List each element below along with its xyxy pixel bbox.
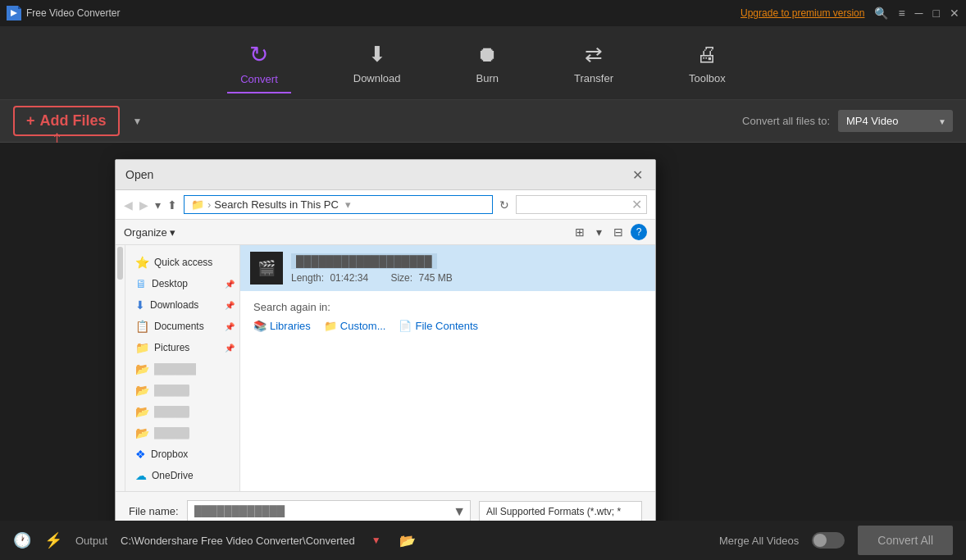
dialog-titlebar: Open ✕ bbox=[116, 160, 655, 190]
search-again-section: Search again in: 📚 Libraries 📁 Custom... bbox=[240, 291, 655, 342]
libraries-link[interactable]: 📚 Libraries bbox=[253, 320, 311, 332]
sidebar-folder2-label: █████ bbox=[154, 385, 189, 396]
sidebar-folder3[interactable]: 📂 █████ bbox=[125, 401, 239, 422]
dialog-sidebar: ⭐ Quick access 🖥 Desktop 📌 ⬇ Downloads 📌 bbox=[125, 245, 240, 491]
dialog-body: ⭐ Quick access 🖥 Desktop 📌 ⬇ Downloads 📌 bbox=[116, 245, 655, 491]
format-select[interactable]: MP4 Video AVI MOV MKV MP3 bbox=[838, 110, 953, 132]
app-title: Free Video Converter bbox=[26, 7, 121, 19]
sidebar-pictures[interactable]: 📁 Pictures 📌 bbox=[125, 337, 239, 358]
minimize-icon[interactable]: ─ bbox=[915, 7, 923, 20]
dialog-filelist: 🎬 ██████████████████ Length: 01:42:34 Si… bbox=[240, 245, 655, 491]
clock-icon[interactable]: 🕐 bbox=[13, 531, 31, 549]
breadcrumb-path-text: Search Results in This PC bbox=[214, 198, 339, 211]
file-contents-label: File Contents bbox=[415, 320, 478, 332]
sidebar-downloads-label: Downloads bbox=[150, 299, 198, 311]
filename-input[interactable] bbox=[187, 500, 471, 522]
sidebar-folder4[interactable]: 📂 █████ bbox=[125, 422, 239, 444]
titlebar-left: Free Video Converter bbox=[7, 6, 121, 20]
onedrive-icon: ☁ bbox=[135, 469, 147, 482]
pictures-pin-icon: 📌 bbox=[225, 344, 235, 353]
transfer-icon: ⇄ bbox=[585, 42, 603, 67]
plus-icon: + bbox=[26, 112, 35, 130]
back-button[interactable]: ◀ bbox=[124, 198, 133, 212]
add-files-dropdown[interactable]: ▼ bbox=[133, 116, 143, 127]
close-icon[interactable]: ✕ bbox=[950, 7, 959, 20]
address-bar: ◀ ▶ ▾ ⬆ 📁 › Search Results in This PC ▾ … bbox=[116, 190, 655, 220]
desktop-icon: 🖥 bbox=[135, 277, 147, 290]
sidebar-folder2[interactable]: 📂 █████ bbox=[125, 380, 239, 401]
custom-link[interactable]: 📁 Custom... bbox=[324, 320, 386, 332]
output-folder-icon[interactable]: 📂 bbox=[399, 533, 416, 549]
breadcrumb-path[interactable]: 📁 › Search Results in This PC ▾ bbox=[184, 195, 493, 214]
filename-label: File name: bbox=[129, 505, 179, 517]
nav-convert-label: Convert bbox=[240, 73, 278, 85]
nav-burn-label: Burn bbox=[476, 72, 499, 84]
sidebar-quick-access[interactable]: ⭐ Quick access bbox=[125, 252, 239, 273]
organize-button[interactable]: Organize ▾ bbox=[124, 226, 175, 239]
footer: 🕐 ⚡ Output C:\Wondershare Free Video Con… bbox=[0, 521, 966, 560]
file-contents-link[interactable]: 📄 File Contents bbox=[399, 320, 478, 332]
sidebar-folder3-label: █████ bbox=[154, 406, 189, 417]
output-label: Output bbox=[75, 535, 107, 547]
sidebar-folder1-label: ██████ bbox=[154, 363, 196, 375]
convert-all-button[interactable]: Convert All bbox=[858, 526, 953, 555]
format-dropdown[interactable]: All Supported Formats (*.wtv; * bbox=[479, 501, 642, 522]
sidebar-folder1[interactable]: 📂 ██████ bbox=[125, 358, 239, 380]
sidebar-documents[interactable]: 📋 Documents 📌 bbox=[125, 316, 239, 337]
forward-button[interactable]: ▶ bbox=[139, 198, 148, 212]
upgrade-link[interactable]: Upgrade to premium version bbox=[740, 7, 864, 19]
sidebar-scrollbar[interactable] bbox=[116, 245, 125, 491]
merge-toggle[interactable] bbox=[812, 532, 845, 549]
dialog-title: Open bbox=[125, 168, 153, 181]
convert-icon: ↻ bbox=[249, 41, 268, 68]
format-dropdown-wrapper: All Supported Formats (*.wtv; * bbox=[479, 501, 642, 522]
refresh-button[interactable]: ↻ bbox=[499, 198, 509, 212]
nav-burn[interactable]: ⏺ Burn bbox=[463, 35, 512, 91]
titlebar: Free Video Converter Upgrade to premium … bbox=[0, 0, 966, 26]
nav-transfer[interactable]: ⇄ Transfer bbox=[561, 35, 627, 91]
dialog-toolbar: Organize ▾ ⊞ ▾ ⊟ ? bbox=[116, 220, 655, 245]
nav-convert[interactable]: ↻ Convert bbox=[227, 34, 291, 92]
desktop-pin-icon: 📌 bbox=[225, 280, 235, 289]
search-icon[interactable]: 🔍 bbox=[874, 7, 888, 20]
sidebar-onedrive[interactable]: ☁ OneDrive bbox=[125, 465, 239, 486]
lightning-icon[interactable]: ⚡ bbox=[44, 531, 62, 549]
file-name: ██████████████████ bbox=[291, 253, 437, 269]
main-toolbar: + Add Files ▼ ↑ Convert all files to: MP… bbox=[0, 100, 966, 143]
sidebar-downloads[interactable]: ⬇ Downloads 📌 bbox=[125, 294, 239, 316]
menu-icon[interactable]: ≡ bbox=[898, 7, 904, 20]
format-select-wrapper: MP4 Video AVI MOV MKV MP3 bbox=[838, 110, 953, 132]
folder4-icon: 📂 bbox=[135, 426, 149, 439]
search-clear-icon[interactable]: ✕ bbox=[631, 197, 642, 212]
dialog-close-button[interactable]: ✕ bbox=[629, 166, 645, 183]
file-item-selected[interactable]: 🎬 ██████████████████ Length: 01:42:34 Si… bbox=[240, 245, 655, 291]
nav-toolbox[interactable]: 🖨 Toolbox bbox=[676, 35, 739, 91]
filename-dropdown-arrow[interactable]: ▼ bbox=[453, 504, 466, 519]
dropdown-nav-button[interactable]: ▾ bbox=[155, 198, 161, 212]
help-button[interactable]: ? bbox=[631, 224, 647, 240]
breadcrumb-dropdown[interactable]: ▾ bbox=[345, 198, 351, 211]
libraries-label: Libraries bbox=[270, 320, 311, 332]
downloads-pin-icon: 📌 bbox=[225, 301, 235, 310]
search-input[interactable] bbox=[516, 195, 647, 214]
add-files-button[interactable]: + Add Files bbox=[13, 106, 120, 136]
folder2-icon: 📂 bbox=[135, 384, 149, 397]
view-pane-button[interactable]: ⊟ bbox=[609, 223, 627, 241]
convert-all-label: Convert all files to: bbox=[742, 115, 830, 127]
view-list-button[interactable]: ▾ bbox=[592, 223, 606, 241]
breadcrumb-separator: › bbox=[207, 198, 211, 211]
size-value: 745 MB bbox=[418, 272, 452, 284]
app-logo bbox=[7, 6, 21, 20]
up-button[interactable]: ⬆ bbox=[167, 198, 177, 212]
svg-marker-1 bbox=[18, 6, 21, 9]
sidebar-dropbox[interactable]: ❖ Dropbox bbox=[125, 444, 239, 465]
file-info: ██████████████████ Length: 01:42:34 Size… bbox=[291, 253, 645, 284]
dropbox-icon: ❖ bbox=[135, 448, 146, 461]
nav-transfer-label: Transfer bbox=[574, 72, 613, 84]
merge-label: Merge All Videos bbox=[719, 535, 799, 547]
view-details-button[interactable]: ⊞ bbox=[571, 223, 589, 241]
nav-download[interactable]: ⬇ Download bbox=[340, 35, 414, 91]
maximize-icon[interactable]: □ bbox=[933, 7, 940, 20]
sidebar-desktop[interactable]: 🖥 Desktop 📌 bbox=[125, 273, 239, 294]
output-dropdown-arrow[interactable]: ▼ bbox=[371, 535, 381, 546]
